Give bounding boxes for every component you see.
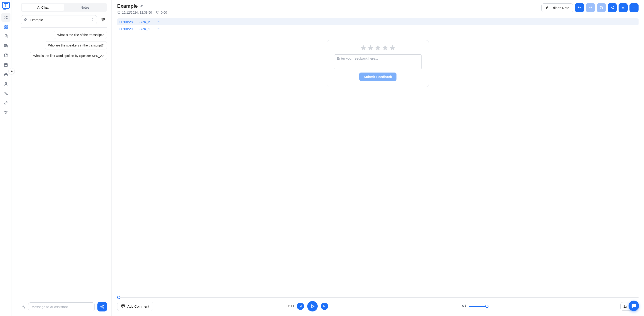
transcript-speaker: SPK_2 [140, 20, 153, 24]
feedback-card: Submit Feedback [327, 40, 429, 87]
star-icon[interactable] [374, 44, 381, 51]
redo-button[interactable] [586, 3, 595, 12]
sparkle-icon [21, 305, 26, 309]
volume-slider[interactable] [469, 306, 487, 307]
attachment-icon [24, 17, 28, 22]
filter-settings-button[interactable] [100, 16, 107, 23]
transcript-list: 00:00:28 SPK_2 00:00:29 SPK_1 | [117, 18, 638, 32]
text-cursor: | [167, 27, 168, 31]
rating-stars[interactable] [360, 44, 396, 51]
sidebar-item-dashboard[interactable] [1, 22, 10, 31]
suggestion-item[interactable]: What is the first word spoken by Speaker… [30, 52, 107, 60]
skip-back-button[interactable] [297, 303, 304, 310]
chevron-down-icon[interactable] [156, 27, 161, 31]
speed-value: 1x [623, 305, 627, 308]
ai-message-input[interactable] [28, 303, 95, 311]
transcript-time: 00:00:28 [120, 20, 136, 24]
svg-point-10 [5, 82, 6, 84]
suggestion-item[interactable]: What is the title of the transcript? [54, 31, 107, 39]
add-comment-button[interactable]: Add Comment [117, 302, 153, 311]
skip-forward-button[interactable] [321, 303, 328, 310]
svg-rect-5 [4, 27, 6, 28]
current-time: 0:00 [286, 304, 294, 308]
svg-point-11 [102, 18, 103, 19]
play-button[interactable] [307, 301, 318, 312]
updown-icon [91, 17, 94, 22]
suggestion-item[interactable]: Who are the speakers in the transcript? [45, 41, 107, 49]
svg-point-20 [634, 7, 634, 8]
edit-note-label: Edit as Note [551, 6, 569, 10]
svg-point-19 [633, 7, 633, 8]
calendar-icon [117, 10, 120, 14]
submit-feedback-button[interactable]: Submit Feedback [359, 73, 396, 81]
playback-progress[interactable] [117, 297, 638, 298]
svg-rect-4 [6, 25, 8, 26]
save-button[interactable] [597, 3, 606, 12]
sidebar [0, 0, 12, 316]
share-button[interactable] [608, 3, 617, 12]
tab-ai-chat[interactable]: AI Chat [22, 4, 64, 11]
transcript-date: 15/12/2024, 12:39:50 [122, 11, 152, 14]
sidebar-item-chat[interactable] [1, 41, 10, 50]
sidebar-item-notebook[interactable] [1, 51, 10, 60]
comment-icon [121, 304, 125, 309]
transcript-speaker: SPK_1 [140, 27, 153, 31]
volume-thumb[interactable] [485, 305, 488, 308]
pencil-icon [545, 6, 549, 10]
undo-button[interactable] [575, 3, 584, 12]
star-icon[interactable] [360, 44, 367, 51]
svg-rect-22 [122, 305, 125, 307]
edit-title-button[interactable] [140, 4, 144, 8]
suggestions-list: What is the title of the transcript? Who… [21, 31, 107, 60]
help-chat-button[interactable] [628, 301, 639, 311]
download-button[interactable] [618, 3, 628, 12]
more-button[interactable] [630, 3, 638, 12]
svg-rect-14 [118, 11, 120, 13]
sidebar-item-profile[interactable] [1, 79, 10, 88]
star-icon[interactable] [367, 44, 374, 51]
page-title: Example [117, 3, 138, 9]
transcript-panel: Example 15/12/2024, 12:39:50 [112, 0, 644, 316]
sidebar-item-calendar[interactable] [1, 60, 10, 69]
transcript-row[interactable]: 00:00:29 SPK_1 | [117, 25, 638, 32]
chevron-down-icon[interactable] [156, 20, 161, 24]
sidebar-item-premium[interactable] [1, 108, 10, 117]
clock-icon [156, 10, 160, 14]
send-button[interactable] [98, 302, 107, 312]
star-icon[interactable] [389, 44, 396, 51]
progress-thumb[interactable] [117, 296, 120, 299]
svg-point-12 [104, 19, 104, 20]
file-name: Example [30, 18, 89, 22]
edit-as-note-button[interactable]: Edit as Note [541, 3, 573, 12]
sidebar-item-integrations[interactable] [1, 98, 10, 107]
transcript-row[interactable]: 00:00:28 SPK_2 [117, 18, 638, 25]
svg-point-1 [5, 16, 6, 17]
star-icon[interactable] [382, 44, 388, 51]
ai-chat-panel: AI Chat Notes Example What is [12, 0, 112, 316]
app-logo[interactable] [1, 1, 10, 10]
volume-icon[interactable] [462, 304, 466, 309]
sidebar-item-document[interactable] [1, 32, 10, 41]
feedback-textarea[interactable] [334, 54, 422, 69]
svg-point-21 [635, 7, 635, 8]
file-selector[interactable]: Example [21, 15, 97, 24]
svg-point-2 [6, 16, 7, 17]
svg-rect-3 [4, 25, 6, 26]
transcript-duration: 0:00 [161, 11, 167, 14]
sidebar-expand-button[interactable] [8, 68, 15, 74]
svg-rect-6 [6, 27, 8, 28]
tab-notes[interactable]: Notes [64, 4, 106, 11]
svg-point-13 [103, 20, 103, 21]
svg-rect-8 [4, 63, 7, 66]
transcript-time: 00:00:29 [120, 27, 136, 31]
sidebar-item-translate[interactable] [1, 89, 10, 98]
sidebar-item-people[interactable] [1, 13, 10, 22]
add-comment-label: Add Comment [128, 305, 149, 308]
panel-tabs: AI Chat Notes [21, 3, 107, 12]
